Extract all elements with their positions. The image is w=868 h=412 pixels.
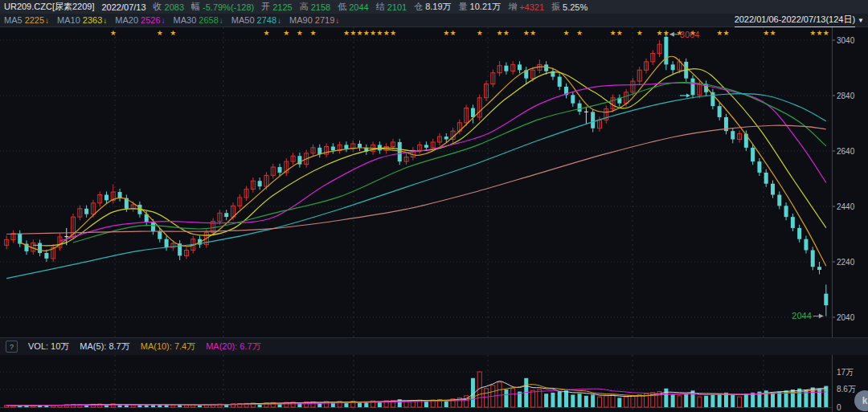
quote-field-open: 开2125: [261, 1, 292, 13]
svg-text:★: ★: [443, 29, 449, 37]
volume-panel[interactable]: 17万8.6万0: [0, 355, 868, 412]
volume-chart-canvas[interactable]: 17万8.6万0: [0, 355, 868, 412]
svg-text:★: ★: [823, 29, 829, 37]
svg-text:★: ★: [157, 29, 163, 37]
svg-text:3040: 3040: [837, 36, 855, 45]
ma50-legend: MA502748↓: [231, 15, 281, 25]
vol-ma10-line: [6, 385, 826, 406]
quote-field-low: 低2044: [338, 1, 368, 13]
volume-ma10-label: MA(10): 7.4万: [141, 341, 195, 353]
futures-trading-chart-app: { "header": { "symbol": "UR209.CZC[尿素220…: [0, 0, 868, 412]
quote-field-oi-change: 增+4321: [508, 1, 544, 13]
quote-field-amplitude: 振5.25%: [551, 1, 588, 13]
quote-field-volume: 量10.21万: [459, 1, 502, 13]
svg-text:★: ★: [616, 29, 623, 37]
svg-text:★: ★: [769, 29, 776, 37]
svg-text:★: ★: [110, 29, 117, 37]
svg-text:★: ★: [609, 29, 616, 37]
svg-text:★: ★: [523, 29, 530, 37]
volume-ma20-label: MA(20): 6.7万: [206, 341, 260, 353]
volume-value-label: VOL: 10万: [28, 341, 69, 353]
svg-text:★: ★: [376, 29, 383, 37]
ma-legend-bar: MA52225↓ MA102363↓ MA202526↓ MA302658↓ M…: [0, 14, 868, 27]
svg-text:★: ★: [723, 29, 729, 37]
quote-header: UR209.CZC[尿素2209] 2022/07/13 收2083 幅-5.7…: [0, 0, 868, 14]
svg-text:2640: 2640: [837, 147, 855, 156]
svg-text:★: ★: [663, 29, 669, 37]
svg-text:★: ★: [477, 29, 483, 37]
quote-field-close: 收2083: [154, 1, 184, 13]
svg-text:2840: 2840: [837, 92, 855, 100]
candlesticks: [5, 34, 829, 316]
svg-text:★: ★: [343, 29, 350, 37]
svg-text:★: ★: [356, 29, 362, 37]
svg-text:★: ★: [530, 29, 536, 37]
instrument-symbol: UR209.CZC[尿素2209]: [4, 1, 95, 13]
low-price-annotation: 2044: [792, 311, 811, 320]
down-arrow-icon: ↓: [277, 16, 281, 25]
svg-text:★: ★: [816, 29, 822, 37]
quote-field-openinterest: 仓8.19万: [414, 1, 451, 13]
svg-text:★: ★: [383, 29, 390, 37]
svg-text:8.6万: 8.6万: [837, 385, 856, 394]
svg-text:2040: 2040: [837, 313, 855, 322]
down-arrow-icon: ↓: [103, 16, 107, 25]
quote-date: 2022/07/13: [102, 2, 146, 12]
svg-text:★: ★: [657, 29, 663, 37]
down-arrow-icon: ↓: [45, 16, 49, 25]
svg-text:★: ★: [637, 29, 643, 37]
down-arrow-icon: ↓: [335, 16, 339, 25]
svg-text:0: 0: [837, 403, 841, 412]
candlestick-chart-canvas[interactable]: 304028402640244022402040★★★★★★★★★★★★★★★★…: [0, 27, 868, 337]
ma50-line: [6, 94, 826, 279]
volume-header: ? VOL: 10万 MA(5): 8.7万 MA(10): 7.4万 MA(2…: [0, 337, 868, 355]
quote-field-settle: 结2101: [376, 1, 407, 13]
svg-text:★: ★: [576, 29, 583, 37]
peak-price-annotation: 3064: [680, 30, 699, 39]
svg-text:★: ★: [370, 29, 376, 37]
date-range-selector[interactable]: 2022/01/06-2022/07/13(124日) ▼: [735, 14, 864, 27]
svg-text:★: ★: [363, 29, 370, 37]
svg-text:★: ★: [716, 29, 723, 37]
svg-text:2240: 2240: [837, 258, 855, 267]
svg-text:★: ★: [763, 29, 769, 37]
dropdown-arrow-icon: ▼: [858, 17, 864, 24]
ma30-legend: MA302658↓: [174, 15, 223, 25]
svg-text:★: ★: [503, 29, 510, 37]
help-icon[interactable]: ?: [6, 341, 18, 353]
down-arrow-icon: ↓: [219, 16, 223, 25]
date-range-label: 2022/01/06-2022/07/13(124日): [735, 14, 855, 27]
quote-field-change: 幅-5.79%(-128): [191, 1, 254, 13]
svg-text:★: ★: [263, 29, 269, 37]
ma90-line: [6, 125, 826, 234]
event-star-markers[interactable]: ★★★★★★★★★★★★★★★★★★★★★★★★★★★★★★★★★★★★★★: [110, 29, 829, 37]
svg-text:★: ★: [297, 29, 303, 37]
svg-text:2440: 2440: [837, 202, 855, 211]
ma20-line: [59, 83, 825, 241]
ma10-legend: MA102363↓: [57, 15, 107, 25]
ma20-legend: MA202526↓: [115, 15, 165, 25]
svg-text:★: ★: [497, 29, 503, 37]
down-arrow-icon: ↓: [162, 16, 166, 25]
volume-ma5-label: MA(5): 8.7万: [80, 341, 129, 353]
svg-text:★: ★: [309, 29, 316, 37]
svg-text:★: ★: [390, 29, 396, 37]
svg-text:★: ★: [809, 29, 816, 37]
svg-text:★: ★: [283, 29, 289, 37]
vol-ma20-line: [6, 389, 826, 406]
quote-field-high: 高2158: [300, 1, 330, 13]
svg-text:★: ★: [450, 29, 457, 37]
ma90-legend: MA902719↓: [289, 15, 339, 25]
svg-text:★: ★: [350, 29, 356, 37]
svg-text:★: ★: [170, 29, 176, 37]
main-chart-panel[interactable]: 304028402640244022402040★★★★★★★★★★★★★★★★…: [0, 27, 868, 337]
ma5-legend: MA52225↓: [4, 15, 49, 25]
svg-text:★: ★: [563, 29, 569, 37]
svg-text:17万: 17万: [837, 368, 854, 377]
